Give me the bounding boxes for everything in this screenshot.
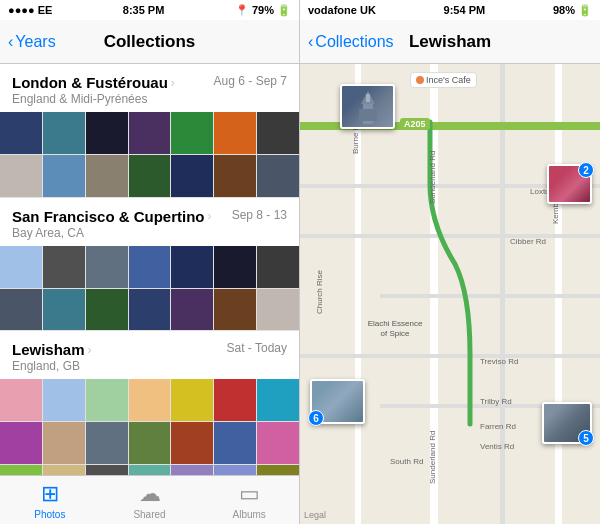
photo-cell — [257, 112, 299, 154]
photo-cell — [129, 379, 171, 421]
photo-cell — [0, 422, 42, 464]
collection-sf-header[interactable]: San Francisco & Cupertino › Bay Area, CA… — [0, 198, 299, 246]
tab-photos[interactable]: ⊞ Photos — [0, 481, 100, 520]
svg-text:South Rd: South Rd — [390, 457, 423, 466]
photo-cell — [86, 289, 128, 331]
right-nav-bar: ‹ Collections Lewisham — [300, 20, 600, 64]
chevron-right-icon: › — [208, 209, 212, 223]
a205-label: A205 — [400, 118, 430, 130]
cafe-label: Ince's Cafe — [410, 72, 477, 88]
tab-albums-label: Albums — [233, 509, 266, 520]
tab-shared-label: Shared — [133, 509, 165, 520]
svg-text:Trilby Rd: Trilby Rd — [480, 397, 512, 406]
back-label[interactable]: Years — [15, 33, 55, 51]
photo-cell — [171, 112, 213, 154]
back-label[interactable]: Collections — [315, 33, 393, 51]
photo-cell — [214, 155, 256, 197]
svg-text:of Spice: of Spice — [381, 329, 410, 338]
photo-cell — [0, 379, 42, 421]
photo-cell — [214, 379, 256, 421]
collection-lewisham-title: Lewisham — [12, 341, 85, 358]
photo-cell — [43, 422, 85, 464]
left-battery: 📍 79% 🔋 — [235, 4, 291, 17]
photo-cell — [171, 246, 213, 288]
photo-cell — [86, 155, 128, 197]
back-to-collections-button[interactable]: ‹ Collections — [308, 33, 394, 51]
tab-albums[interactable]: ▭ Albums — [199, 481, 299, 520]
collection-lewisham-header[interactable]: Lewisham › England, GB Sat - Today — [0, 331, 299, 379]
photo-cell — [214, 246, 256, 288]
photo-cell — [129, 112, 171, 154]
right-carrier: vodafone UK — [308, 4, 376, 16]
photo-cell — [129, 246, 171, 288]
svg-text:Church Rise: Church Rise — [315, 269, 324, 314]
collection-lewisham-date: Sat - Today — [227, 341, 287, 355]
svg-text:Sunderland Rd: Sunderland Rd — [428, 431, 437, 484]
svg-text:Farren Rd: Farren Rd — [480, 422, 516, 431]
photo-count-badge-6: 6 — [308, 410, 324, 426]
photo-cell — [257, 289, 299, 331]
photo-cell — [257, 465, 299, 475]
photo-cell — [214, 422, 256, 464]
tab-photos-label: Photos — [34, 509, 65, 520]
photo-cell — [171, 155, 213, 197]
collection-sf-subtitle: Bay Area, CA — [12, 226, 212, 240]
right-battery: 98% 🔋 — [553, 4, 592, 17]
collection-sf[interactable]: San Francisco & Cupertino › Bay Area, CA… — [0, 198, 299, 332]
collection-lewisham-grid — [0, 379, 299, 475]
photo-cell — [86, 422, 128, 464]
svg-text:Cibber Rd: Cibber Rd — [510, 237, 546, 246]
photo-cell — [0, 155, 42, 197]
left-time: 8:35 PM — [123, 4, 165, 16]
collection-lewisham[interactable]: Lewisham › England, GB Sat - Today — [0, 331, 299, 475]
collection-sf-grid — [0, 246, 299, 331]
photo-cell — [257, 379, 299, 421]
photo-cell — [43, 112, 85, 154]
photo-cell — [214, 289, 256, 331]
cafe-dot-icon — [416, 76, 424, 84]
left-tab-bar: ⊞ Photos ☁ Shared ▭ Albums — [0, 475, 299, 524]
collection-london-grid — [0, 112, 299, 197]
tab-shared[interactable]: ☁ Shared — [100, 481, 200, 520]
photo-cell — [0, 112, 42, 154]
chevron-left-icon: ‹ — [8, 33, 13, 51]
photo-cell — [86, 465, 128, 475]
map-pin-church[interactable] — [340, 84, 395, 129]
collection-london-subtitle: England & Midi-Pyrénées — [12, 92, 175, 106]
photo-cell — [171, 422, 213, 464]
map-legal-label: Legal — [304, 510, 326, 520]
photo-cell — [257, 422, 299, 464]
left-nav-bar: ‹ Years Collections — [0, 20, 299, 64]
back-to-years-button[interactable]: ‹ Years — [8, 33, 56, 51]
svg-rect-17 — [366, 94, 370, 102]
photo-count-badge-2: 2 — [578, 162, 594, 178]
photo-cell — [43, 289, 85, 331]
chevron-right-icon: › — [88, 343, 92, 357]
photos-icon: ⊞ — [41, 481, 59, 507]
photo-cell — [129, 422, 171, 464]
collection-london-title: London & Fustérouau — [12, 74, 168, 91]
svg-text:Sunderland Rd: Sunderland Rd — [428, 151, 437, 204]
collection-london[interactable]: London & Fustérouau › England & Midi-Pyr… — [0, 64, 299, 198]
church-thumbnail — [342, 86, 393, 127]
svg-text:Elachi Essence: Elachi Essence — [368, 319, 423, 328]
photo-cell — [171, 465, 213, 475]
cafe-name: Ince's Cafe — [426, 75, 471, 85]
left-status-bar: ●●●● EE 8:35 PM 📍 79% 🔋 — [0, 0, 299, 20]
chevron-left-icon: ‹ — [308, 33, 313, 51]
left-carrier: ●●●● EE — [8, 4, 52, 16]
photo-cell — [214, 112, 256, 154]
collection-sf-date: Sep 8 - 13 — [232, 208, 287, 222]
collection-london-header[interactable]: London & Fustérouau › England & Midi-Pyr… — [0, 64, 299, 112]
photo-cell — [0, 289, 42, 331]
photo-cell — [43, 246, 85, 288]
svg-text:Treviso Rd: Treviso Rd — [480, 357, 518, 366]
map-page-title: Lewisham — [409, 32, 491, 52]
photo-cell — [43, 465, 85, 475]
photo-count-badge-5: 5 — [578, 430, 594, 446]
photo-cell — [171, 379, 213, 421]
left-panel: ●●●● EE 8:35 PM 📍 79% 🔋 ‹ Years Collecti… — [0, 0, 300, 524]
map-container[interactable]: Burne Rd Sunderland Rd Kemble Rd Church … — [300, 64, 600, 524]
collection-sf-title: San Francisco & Cupertino — [12, 208, 205, 225]
collections-list: London & Fustérouau › England & Midi-Pyr… — [0, 64, 299, 475]
